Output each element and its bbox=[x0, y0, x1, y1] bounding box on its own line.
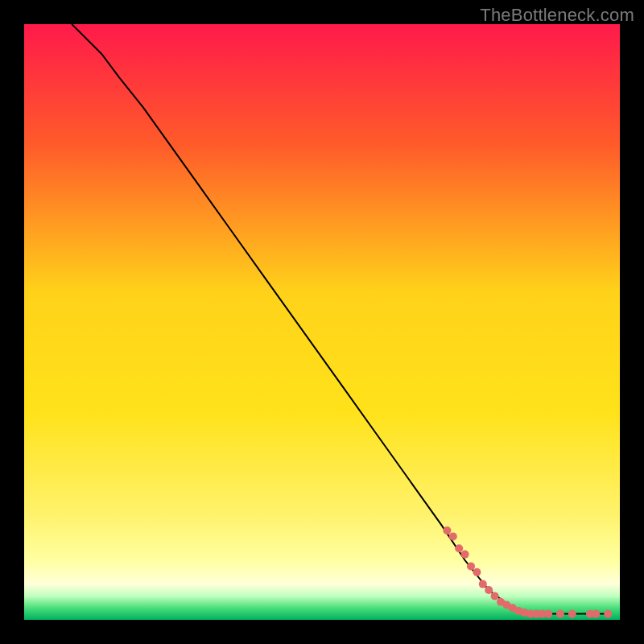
highlight-point bbox=[461, 551, 469, 559]
highlight-point bbox=[485, 586, 493, 594]
highlight-point bbox=[467, 562, 475, 570]
chart-plot bbox=[24, 24, 620, 620]
highlight-point bbox=[544, 610, 552, 618]
highlight-point bbox=[449, 532, 457, 540]
highlight-point bbox=[443, 526, 451, 535]
watermark-label: TheBottleneck.com bbox=[480, 5, 634, 26]
highlight-point bbox=[491, 592, 499, 600]
highlight-point bbox=[479, 580, 487, 588]
highlight-point bbox=[556, 610, 564, 618]
chart-background-gradient bbox=[24, 24, 620, 620]
highlight-point bbox=[455, 544, 463, 552]
highlight-point bbox=[604, 610, 612, 618]
highlight-point bbox=[592, 610, 600, 618]
chart-frame: TheBottleneck.com bbox=[0, 0, 644, 644]
highlight-point bbox=[473, 568, 481, 576]
highlight-point bbox=[568, 610, 576, 618]
